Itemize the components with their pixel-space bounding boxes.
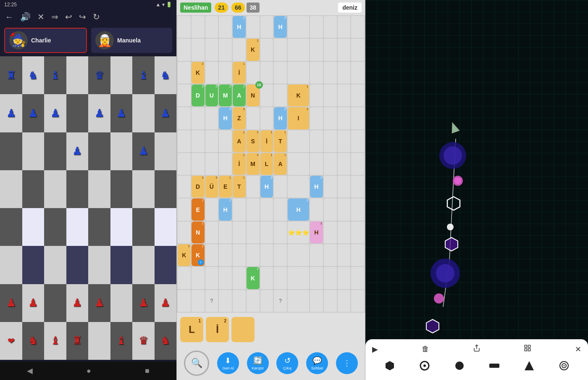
chess-cell[interactable] [110,170,133,208]
word-cell[interactable] [260,62,273,84]
word-cell[interactable] [219,267,232,289]
word-cell-H2c[interactable]: H2 [260,176,273,198]
chess-cell[interactable] [88,170,110,208]
redo-icon[interactable]: ↪ [79,12,86,22]
sound-icon[interactable]: 🔊 [20,12,31,22]
word-cell[interactable] [338,62,351,84]
word-cell-L1[interactable]: L1 [260,153,273,175]
undo-icon[interactable]: ↩ [65,12,72,22]
word-cell-M2b[interactable]: M2 [247,153,260,175]
word-cell[interactable] [233,222,246,243]
chess-cell[interactable]: ♟ [22,94,45,132]
word-cell[interactable] [351,107,364,129]
word-cell[interactable] [324,16,337,38]
word-cell[interactable] [219,62,232,84]
word-cell[interactable] [219,222,232,243]
word-cell[interactable] [324,107,337,129]
word-cell-K2[interactable]: K2 [247,39,260,61]
word-cell[interactable] [288,153,309,175]
word-cell-H2d[interactable]: H2 [310,176,323,198]
word-cell-K1b[interactable]: K1? [192,244,205,266]
word-cell[interactable] [219,244,232,266]
word-cell[interactable] [274,176,287,198]
word-cell[interactable] [351,62,364,84]
word-cell[interactable] [351,244,364,266]
chess-cell[interactable] [155,170,177,208]
word-cell[interactable] [338,84,351,106]
word-cell[interactable] [260,84,273,106]
word-cell[interactable] [260,290,273,312]
word-cell[interactable] [178,84,191,106]
chess-cell[interactable] [110,246,133,284]
word-cell-H2[interactable]: H2 [219,107,232,129]
chess-cell[interactable] [132,170,155,208]
word-cell-D3b[interactable]: D3 [192,176,205,198]
word-cell[interactable]: ? [274,290,287,312]
close-icon[interactable]: ✕ [37,12,45,22]
chess-cell[interactable] [22,132,45,170]
word-cell[interactable] [274,267,287,289]
word-cell[interactable] [310,62,323,84]
chess-cell[interactable] [88,322,110,360]
word-cell[interactable] [233,267,246,289]
word-cell[interactable] [310,107,323,129]
word-cell[interactable]: H2 [274,16,287,38]
word-cell[interactable] [338,130,351,152]
tray-tile-L[interactable]: L 1 [180,317,203,342]
chess-cell[interactable]: ♝ [44,56,66,94]
chess-cell[interactable] [155,132,177,170]
word-cell[interactable] [310,16,323,38]
chess-cell[interactable]: ♞ [155,56,177,94]
word-cell[interactable] [219,130,232,152]
tray-tile-empty[interactable] [231,317,255,342]
word-cell[interactable]: H2 [233,16,246,38]
delete-button[interactable]: 🗑 [422,345,429,354]
nav-back[interactable]: ◀ [27,366,33,375]
rectangle-button[interactable] [487,358,502,373]
chess-cell[interactable]: ♝ [44,322,66,360]
chess-cell[interactable] [44,284,66,322]
chess-cell[interactable] [66,56,89,94]
chess-cell[interactable]: ♟ [155,94,177,132]
word-cell[interactable] [310,244,323,266]
word-cell[interactable] [205,244,218,266]
word-cell-Ü3[interactable]: Ü3 [205,176,218,198]
word-cell[interactable] [338,290,351,312]
chess-cell[interactable]: ♟ [155,284,177,322]
chess-cell[interactable]: ♟ [0,94,22,132]
word-cell[interactable] [233,244,246,266]
word-cell[interactable] [324,153,337,175]
word-cell[interactable] [178,39,191,61]
word-cell[interactable] [274,62,287,84]
word-cell[interactable] [324,222,337,243]
word-cell-H3[interactable]: H3 [310,222,323,243]
word-cell[interactable] [260,244,273,266]
word-cell[interactable] [338,153,351,175]
target-button[interactable] [556,358,572,373]
word-cell-E1b[interactable]: E1 [192,198,205,220]
word-cell[interactable] [351,39,364,61]
word-cell[interactable] [260,267,273,289]
chess-cell[interactable]: ♞ [155,322,177,360]
word-cell-K2d[interactable]: K2 [247,267,260,289]
word-cell[interactable] [288,130,309,152]
word-cell-U2[interactable]: U2 [205,84,218,106]
word-cell-H2e[interactable]: H2 [219,198,232,220]
word-cell[interactable] [288,267,309,289]
chess-cell[interactable] [88,208,110,246]
word-cell[interactable] [274,39,287,61]
word-cell[interactable] [351,290,364,312]
word-cell[interactable] [324,84,337,106]
word-cell-Z4[interactable]: Z4 [233,107,246,129]
chess-cell[interactable]: ♞ [22,56,45,94]
word-cell[interactable] [288,39,309,61]
back-icon[interactable]: ← [5,12,13,22]
word-cell[interactable] [338,198,351,220]
chess-cell[interactable] [66,246,89,284]
word-cell-N1b[interactable]: N1 [192,222,205,243]
word-cell-A1[interactable]: A1 [233,84,246,106]
word-cell-D3[interactable]: D3 [192,84,205,106]
word-cell[interactable] [310,290,323,312]
word-cell[interactable] [178,290,191,312]
chess-cell[interactable] [88,246,110,284]
